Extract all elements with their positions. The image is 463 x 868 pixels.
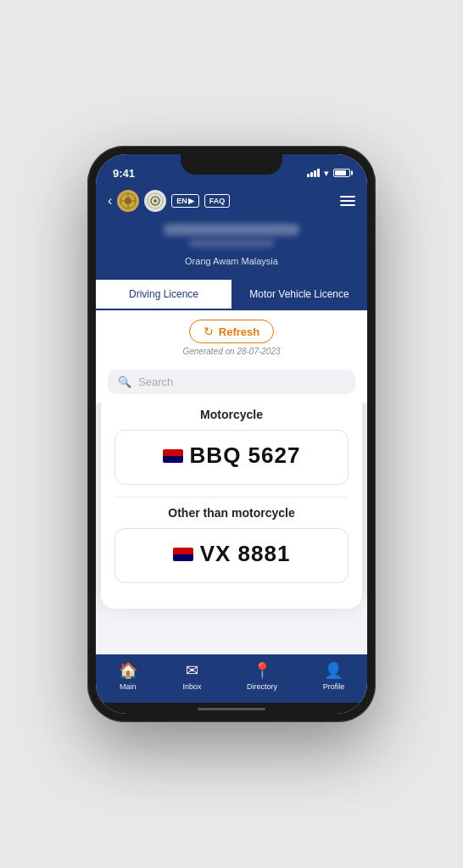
profile-icon: 👤 <box>324 661 343 680</box>
faq-button[interactable]: FAQ <box>204 194 231 208</box>
wifi-icon: ▾ <box>324 168 329 179</box>
bottom-nav: 🏠 Main ✉ Inbox 📍 Directory 👤 Profile <box>96 654 367 703</box>
malaysia-flag-2 <box>173 548 193 561</box>
phone-notch <box>181 154 282 175</box>
header-nav: ‹ EN <box>96 185 367 217</box>
tab-motor-vehicle-licence[interactable]: Motor Vehicle Licence <box>232 280 367 310</box>
battery-icon <box>333 169 350 177</box>
refresh-button[interactable]: ↻ Refresh <box>189 320 274 343</box>
other-vehicle-section-label: Other than motorcycle <box>114 506 349 520</box>
language-selector[interactable]: EN ▶ <box>171 194 199 208</box>
search-bar[interactable]: 🔍 Search <box>108 370 355 394</box>
malaysia-flag <box>163 449 183 463</box>
motorcycle-section-label: Motorcycle <box>114 408 349 421</box>
user-section: Orang Awam Malaysia <box>96 217 367 280</box>
nav-inbox-label: Inbox <box>182 682 201 691</box>
home-icon: 🏠 <box>119 661 137 680</box>
svg-point-6 <box>153 199 157 203</box>
nav-left: ‹ EN <box>108 190 230 212</box>
generated-date: Generated on 28-07-2023 <box>182 347 280 356</box>
nav-profile-label: Profile <box>323 682 345 691</box>
refresh-section: ↻ Refresh Generated on 28-07-2023 <box>96 311 367 363</box>
nav-item-main[interactable]: 🏠 Main <box>119 661 137 691</box>
back-button[interactable]: ‹ <box>108 193 112 209</box>
signal-icon <box>307 169 320 177</box>
logo-secondary <box>144 190 166 212</box>
phone-device: 9:41 ▾ ‹ <box>87 146 376 722</box>
search-placeholder: Search <box>138 376 173 388</box>
inbox-icon: ✉ <box>186 661 198 680</box>
directory-icon: 📍 <box>253 661 271 680</box>
home-indicator <box>96 703 367 714</box>
nav-item-directory[interactable]: 📍 Directory <box>247 661 277 691</box>
phone-screen: 9:41 ▾ ‹ <box>96 154 367 714</box>
user-name <box>164 224 299 236</box>
refresh-icon: ↻ <box>204 325 214 338</box>
tab-driving-licence[interactable]: Driving Licence <box>96 280 232 310</box>
motorcycle-plate-number: BBQ 5627 <box>190 442 301 469</box>
logo-primary <box>117 190 139 212</box>
section-divider <box>114 497 349 498</box>
nav-item-inbox[interactable]: ✉ Inbox <box>182 661 201 691</box>
other-plate-number: VX 8881 <box>200 541 291 567</box>
tabs-container: Driving Licence Motor Vehicle Licence <box>96 280 367 311</box>
nav-item-profile[interactable]: 👤 Profile <box>323 661 345 691</box>
refresh-label: Refresh <box>219 326 259 338</box>
search-section: 🔍 Search <box>96 363 367 403</box>
hamburger-menu[interactable] <box>340 196 355 206</box>
nav-main-label: Main <box>120 682 137 691</box>
status-time: 9:41 <box>113 167 135 180</box>
motorcycle-plate-card: BBQ 5627 <box>114 430 349 485</box>
licence-card-popup: Motorcycle BBQ 5627 Other than motorcycl… <box>101 403 362 609</box>
search-icon: 🔍 <box>118 376 131 388</box>
user-id <box>189 239 274 248</box>
other-plate-card: VX 8881 <box>114 528 349 583</box>
status-icons: ▾ <box>307 168 350 179</box>
user-role: Orang Awam Malaysia <box>185 256 278 266</box>
nav-directory-label: Directory <box>247 682 277 691</box>
home-bar <box>198 708 265 710</box>
content-area: Motorcycle BBQ 5627 Other than motorcycl… <box>96 403 367 654</box>
